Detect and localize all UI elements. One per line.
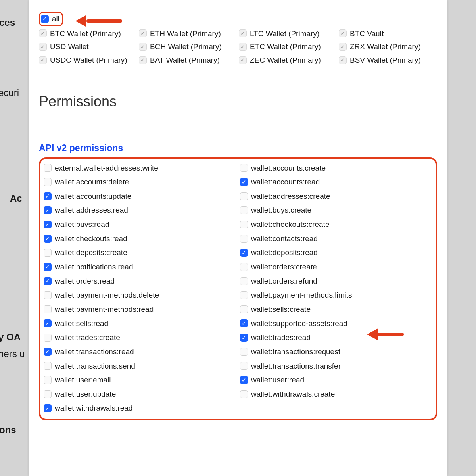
bg-text: Ac bbox=[10, 193, 22, 204]
checkbox-wallet[interactable]: ✓ bbox=[339, 56, 347, 64]
checkbox-wallet[interactable]: ✓ bbox=[339, 43, 347, 51]
permission-label: wallet:transactions:transfer bbox=[251, 361, 341, 371]
permission-label: external:wallet-addresses:write bbox=[55, 163, 158, 173]
checkbox-wallet[interactable]: ✓ bbox=[139, 43, 147, 51]
checkbox-permission[interactable]: ✓ bbox=[240, 376, 248, 384]
wallet-item: ✓BSV Wallet (Primary) bbox=[339, 55, 437, 65]
permission-label: wallet:addresses:read bbox=[55, 205, 128, 215]
permission-item: ✓wallet:sells:read bbox=[44, 319, 236, 329]
wallet-item: ✓BTC Wallet (Primary) bbox=[39, 29, 137, 39]
permission-label: wallet:orders:refund bbox=[251, 276, 317, 286]
wallet-item: ✓LTC Wallet (Primary) bbox=[239, 29, 337, 39]
bg-text: ces bbox=[0, 17, 15, 28]
permission-item: wallet:withdrawals:create bbox=[240, 389, 432, 399]
checkbox-permission[interactable] bbox=[44, 362, 52, 370]
checkbox-permission[interactable] bbox=[240, 221, 248, 228]
checkbox-wallet[interactable]: ✓ bbox=[39, 43, 47, 51]
checkbox-permission[interactable]: ✓ bbox=[240, 319, 248, 327]
permission-label: wallet:notifications:read bbox=[55, 262, 133, 272]
bg-text: ners u bbox=[0, 348, 25, 359]
permission-item: ✓wallet:notifications:read bbox=[44, 262, 236, 272]
checkbox-wallet[interactable]: ✓ bbox=[239, 43, 247, 51]
permission-label: wallet:transactions:request bbox=[251, 347, 340, 357]
permission-item: wallet:transactions:send bbox=[44, 361, 236, 371]
permission-item: ✓wallet:user:read bbox=[240, 375, 432, 385]
permission-item: wallet:orders:refund bbox=[240, 276, 432, 286]
permission-label: wallet:buys:create bbox=[251, 205, 311, 215]
wallet-label: BSV Wallet (Primary) bbox=[350, 55, 421, 65]
permission-item: wallet:payment-methods:read bbox=[44, 304, 236, 315]
checkbox-permission[interactable] bbox=[44, 305, 52, 313]
permission-item: ✓wallet:addresses:read bbox=[44, 205, 236, 215]
checkbox-permission[interactable] bbox=[44, 178, 52, 186]
checkbox-permission[interactable] bbox=[240, 390, 248, 398]
checkbox-permission[interactable]: ✓ bbox=[44, 192, 52, 200]
checkbox-wallet[interactable]: ✓ bbox=[239, 29, 247, 37]
checkbox-permission[interactable] bbox=[240, 362, 248, 370]
checkbox-wallet[interactable]: ✓ bbox=[239, 56, 247, 64]
checkbox-permission[interactable] bbox=[44, 334, 52, 342]
wallet-item: ✓BAT Wallet (Primary) bbox=[139, 55, 237, 65]
checkbox-permission[interactable]: ✓ bbox=[44, 263, 52, 271]
checkbox-permission[interactable] bbox=[240, 192, 248, 200]
annotation-box-all: ✓ all bbox=[39, 12, 63, 26]
checkbox-permission[interactable]: ✓ bbox=[44, 235, 52, 243]
checkbox-permission[interactable]: ✓ bbox=[240, 178, 248, 186]
checkbox-permission[interactable] bbox=[240, 164, 248, 172]
permission-label: wallet:supported-assets:read bbox=[251, 319, 347, 329]
checkbox-permission[interactable]: ✓ bbox=[44, 206, 52, 214]
permission-label: wallet:transactions:read bbox=[55, 347, 134, 357]
checkbox-permission[interactable]: ✓ bbox=[44, 319, 52, 327]
wallet-label: USD Wallet bbox=[50, 42, 88, 52]
permission-item: wallet:deposits:create bbox=[44, 248, 236, 258]
checkbox-permission[interactable] bbox=[240, 206, 248, 214]
annotation-arrow-permissions bbox=[367, 328, 404, 340]
checkbox-permission[interactable] bbox=[240, 291, 248, 299]
annotation-box-permissions: external:wallet-addresses:writewallet:ac… bbox=[39, 157, 437, 421]
checkbox-permission[interactable] bbox=[44, 291, 52, 299]
permission-label: wallet:sells:create bbox=[251, 304, 311, 315]
permission-label: wallet:buys:read bbox=[55, 219, 109, 230]
checkbox-permission[interactable] bbox=[44, 376, 52, 384]
permission-item: wallet:addresses:create bbox=[240, 191, 432, 202]
checkbox-permission[interactable] bbox=[240, 277, 248, 285]
permission-item: wallet:accounts:create bbox=[240, 163, 432, 173]
permission-item: wallet:contacts:read bbox=[240, 234, 432, 244]
wallet-item: ✓BTC Vault bbox=[339, 29, 437, 39]
permission-label: wallet:checkouts:create bbox=[251, 219, 330, 230]
permission-label: wallet:sells:read bbox=[55, 319, 108, 329]
checkbox-permission[interactable] bbox=[240, 348, 248, 356]
checkbox-wallet[interactable]: ✓ bbox=[139, 29, 147, 37]
permission-item: ✓wallet:orders:read bbox=[44, 276, 236, 286]
checkbox-wallet[interactable]: ✓ bbox=[39, 56, 47, 64]
checkbox-permission[interactable]: ✓ bbox=[44, 221, 52, 228]
checkbox-permission[interactable]: ✓ bbox=[240, 334, 248, 342]
checkbox-permission[interactable]: ✓ bbox=[44, 348, 52, 356]
checkbox-permission[interactable]: ✓ bbox=[44, 277, 52, 285]
permission-item: ✓wallet:accounts:read bbox=[240, 177, 432, 187]
wallet-label: BAT Wallet (Primary) bbox=[150, 55, 220, 65]
permission-item: wallet:user:email bbox=[44, 375, 236, 385]
checkbox-permission[interactable] bbox=[44, 390, 52, 398]
checkbox-permission[interactable] bbox=[240, 305, 248, 313]
permission-label: wallet:accounts:read bbox=[251, 177, 320, 187]
permission-label: wallet:deposits:create bbox=[55, 248, 127, 258]
permission-label: wallet:withdrawals:create bbox=[251, 389, 335, 399]
checkbox-wallet[interactable]: ✓ bbox=[339, 29, 347, 37]
checkbox-permission[interactable] bbox=[240, 235, 248, 243]
checkbox-permission[interactable] bbox=[44, 164, 52, 172]
checkbox-permission[interactable]: ✓ bbox=[44, 404, 52, 412]
permission-label: wallet:user:email bbox=[55, 375, 111, 385]
permission-label: wallet:trades:create bbox=[55, 332, 120, 343]
permission-label: wallet:accounts:delete bbox=[55, 177, 129, 187]
permission-item: wallet:transactions:request bbox=[240, 347, 432, 357]
checkbox-permission[interactable] bbox=[44, 249, 52, 257]
checkbox-wallet[interactable]: ✓ bbox=[39, 29, 47, 37]
permission-item: wallet:buys:create bbox=[240, 205, 432, 215]
permission-label: wallet:withdrawals:read bbox=[55, 403, 132, 413]
wallet-label: BCH Wallet (Primary) bbox=[150, 42, 222, 52]
checkbox-permission[interactable]: ✓ bbox=[240, 249, 248, 257]
checkbox-permission[interactable] bbox=[240, 263, 248, 271]
checkbox-all[interactable]: ✓ bbox=[41, 15, 49, 23]
checkbox-wallet[interactable]: ✓ bbox=[139, 56, 147, 64]
